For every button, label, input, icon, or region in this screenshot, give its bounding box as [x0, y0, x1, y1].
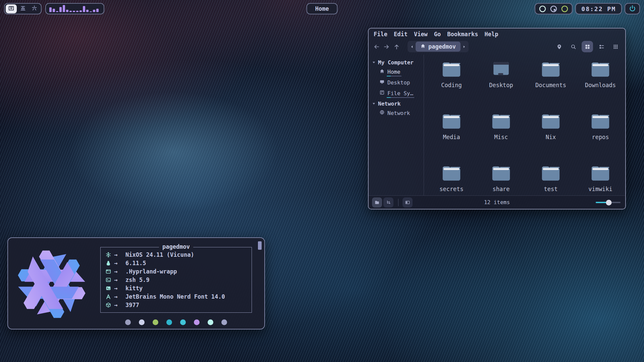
font-icon: [105, 294, 114, 300]
palette-dot: [125, 319, 131, 325]
visualizer-bar: [96, 9, 99, 12]
menu-bar: FileEditViewGoBookmarksHelp: [369, 28, 625, 39]
folder-label: Misc: [494, 134, 508, 140]
terminal-icon: [105, 285, 114, 291]
cjk-six-icon: [31, 5, 38, 13]
arrow-glyph: →: [114, 302, 125, 308]
triangle-down-icon: [372, 101, 376, 107]
menu-view[interactable]: View: [414, 31, 428, 38]
package-icon: [105, 302, 114, 308]
color-palette: [100, 319, 252, 325]
arrow-glyph: →: [114, 285, 125, 292]
zoom-slider[interactable]: [596, 200, 621, 205]
icon-view-button[interactable]: [582, 41, 593, 52]
fastfetch-row: →JetBrains Mono Nerd Font 14.0: [105, 292, 250, 301]
workspace-button-2[interactable]: [17, 4, 29, 13]
forward-button[interactable]: [381, 42, 391, 52]
file-manager-window: FileEditViewGoBookmarksHelp pagedmov My …: [368, 28, 626, 209]
path-scroll-left-button[interactable]: [408, 42, 416, 52]
path-tab-home[interactable]: pagedmov: [416, 42, 461, 52]
folder-repos[interactable]: repos: [576, 111, 625, 163]
compact-view-button[interactable]: [596, 41, 607, 52]
tray-indicator-2[interactable]: [550, 5, 557, 13]
folder-label: vimwiki: [588, 186, 612, 192]
visualizer-bar: [83, 6, 85, 12]
fastfetch-row: →kitty: [105, 284, 250, 292]
terminal-window: pagedmov →NixOS 24.11 (Vicuna)→6.11.5→.H…: [7, 237, 265, 329]
folder-label: Nix: [546, 134, 556, 140]
tray-indicator-3[interactable]: [561, 5, 569, 13]
thumbnail-view-button[interactable]: [610, 41, 621, 52]
sidebar-section-label: My Computer: [378, 59, 414, 66]
folder-icon: [541, 111, 560, 131]
palette-dot: [139, 319, 145, 325]
power-button[interactable]: [625, 3, 640, 14]
clock[interactable]: 08:22 PM: [575, 3, 622, 14]
sidebar-section-my-computer[interactable]: My Computer: [372, 59, 424, 66]
folder-icon: [442, 163, 461, 183]
folder-grid: CodingDesktopDocumentsDownloadsMediaMisc…: [424, 55, 625, 195]
cjk-five-icon: [20, 5, 26, 13]
sidebar-item-label: Network: [387, 110, 410, 116]
menu-edit[interactable]: Edit: [394, 31, 408, 38]
tux-icon: [105, 260, 114, 266]
folder-documents[interactable]: Documents: [526, 59, 576, 111]
path-bar: pagedmov: [408, 41, 469, 52]
palette-dot: [180, 319, 186, 325]
location-button[interactable]: [553, 41, 565, 52]
sidebar-item-home[interactable]: Home: [379, 68, 424, 75]
arrow-glyph: →: [114, 268, 125, 275]
tray-indicator-1[interactable]: [539, 5, 546, 13]
fastfetch-row: →3977: [105, 301, 250, 309]
visualizer-bar: [63, 5, 65, 12]
fastfetch-frame: pagedmov →NixOS 24.11 (Vicuna)→6.11.5→.H…: [100, 247, 252, 313]
workspace-button-1[interactable]: [6, 4, 17, 13]
sidebar-item-network[interactable]: Network: [379, 110, 424, 116]
items-count: 12 items: [369, 199, 625, 205]
menu-file[interactable]: File: [374, 31, 387, 38]
folder-label: Desktop: [489, 82, 513, 88]
sidebar-section-label: Network: [378, 101, 400, 107]
nixos-logo: [13, 246, 90, 322]
sidebar-item-filesy[interactable]: File Sy…: [379, 90, 424, 97]
tray-group: 08:22 PM: [535, 3, 640, 14]
fastfetch-row: →NixOS 24.11 (Vicuna): [105, 250, 250, 259]
search-button[interactable]: [568, 41, 579, 52]
folder-nix[interactable]: Nix: [526, 111, 576, 163]
folder-label: secrets: [439, 186, 464, 192]
folder-icon: [541, 59, 560, 79]
fastfetch-value: NixOS 24.11 (Vicuna): [125, 251, 194, 258]
visualizer-bar: [79, 10, 82, 12]
power-icon: [629, 5, 636, 13]
sidebar-item-desktop[interactable]: Desktop: [379, 79, 424, 86]
folder-icon: [442, 111, 461, 131]
folder-icon: [492, 163, 511, 183]
folder-coding[interactable]: Coding: [427, 59, 476, 111]
folder-misc[interactable]: Misc: [476, 111, 526, 163]
filesystem-icon: [379, 90, 385, 97]
folder-media[interactable]: Media: [427, 111, 476, 163]
menu-go[interactable]: Go: [434, 31, 441, 38]
visualizer-bar: [93, 10, 95, 12]
workspace-switcher[interactable]: [4, 3, 42, 14]
sidebar-section-network[interactable]: Network: [372, 101, 424, 107]
visualizer-bar: [53, 9, 55, 12]
fastfetch-row: →zsh 5.9: [105, 276, 250, 284]
file-manager-body: My ComputerHomeDesktopFile Sy…NetworkNet…: [369, 55, 625, 195]
folder-label: Coding: [441, 82, 462, 88]
path-scroll-right-button[interactable]: [461, 42, 468, 52]
menu-help[interactable]: Help: [484, 31, 498, 38]
folder-label: repos: [592, 134, 609, 140]
audio-visualizer[interactable]: [45, 3, 104, 14]
back-button[interactable]: [371, 42, 381, 52]
folder-downloads[interactable]: Downloads: [576, 59, 625, 111]
folder-icon: [591, 163, 610, 183]
zoom-slider-knob[interactable]: [606, 200, 612, 205]
up-button[interactable]: [391, 42, 401, 52]
folder-desktop[interactable]: Desktop: [476, 59, 526, 111]
workspace-button-3[interactable]: [29, 4, 40, 13]
status-bar: 12 items: [369, 195, 625, 209]
path-tab-label: pagedmov: [428, 43, 456, 50]
menu-bookmarks[interactable]: Bookmarks: [447, 31, 478, 38]
arrow-glyph: →: [114, 260, 125, 266]
